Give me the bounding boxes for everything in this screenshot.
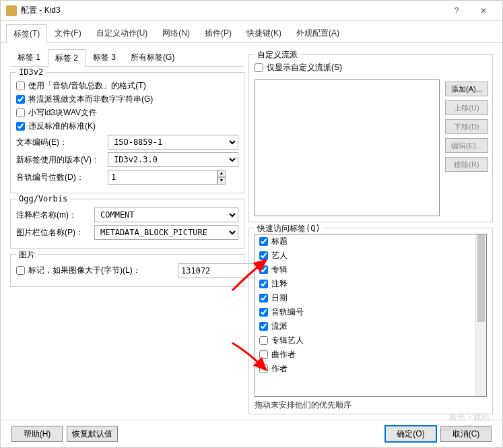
quick-access-title: 快速访问标签(Q) [255,223,323,234]
help-titlebar-button[interactable]: ? [443,1,470,20]
show-only-custom-checkbox[interactable]: 仅显示自定义流派(S) [255,62,487,73]
quick-access-checkbox[interactable] [259,350,268,359]
quick-access-label: 专辑 [271,264,288,276]
mark-nonstd-checkbox[interactable]: 违反标准的标准(K) [16,121,238,132]
custom-genres-group: 自定义流派 仅显示自定义流派(S) 添加(A)... 上移(U) 下移(D) 编… [248,54,493,222]
track-digits-label: 音轨编号位数(D)： [16,172,104,183]
sub-tab[interactable]: 标签 3 [86,49,123,66]
quick-access-item[interactable]: 标题 [255,234,486,249]
sub-tab[interactable]: 标签 2 [48,49,86,67]
quick-access-checkbox[interactable] [259,336,268,345]
lowercase-id3-checkbox[interactable]: 小写id3块WAV文件 [16,107,238,119]
quick-access-checkbox[interactable] [259,265,268,274]
app-icon [6,5,17,16]
quick-access-group: 快速访问标签(Q) 标题艺人专辑注释日期音轨编号流派专辑艺人曲作者作者 拖动来安… [248,228,493,414]
move-down-button[interactable]: 下移(D) [445,119,488,134]
quick-access-list[interactable]: 标题艺人专辑注释日期音轨编号流派专辑艺人曲作者作者 [255,234,487,397]
quick-access-item[interactable]: 作者 [255,362,486,376]
ogg-group: Ogg/Vorbis 注释栏名称(m)： COMMENT 图片栏位名称(P)： … [10,199,244,249]
id3v2-group: ID3v2 使用「音轨/音轨总数」的格式(T) 将流派视做文本而非数字字符串(G… [10,72,244,193]
sub-tab[interactable]: 所有标签(G) [123,49,182,66]
quick-access-label: 流派 [271,321,288,332]
text-encoding-label: 文本编码(E)： [16,137,104,148]
quick-access-item[interactable]: 专辑艺人 [255,333,486,348]
window-title: 配置 - Kid3 [21,5,443,16]
main-tab[interactable]: 插件(P) [197,24,239,42]
picture-group-title: 图片 [16,249,38,261]
quick-access-checkbox[interactable] [259,280,268,288]
version-label: 新标签使用的版本(V)： [16,154,104,166]
quick-access-checkbox[interactable] [259,322,268,331]
text-encoding-select[interactable]: ISO-8859-1 [108,135,238,150]
main-tab[interactable]: 标签(T) [6,24,47,43]
cancel-button[interactable]: 取消(C) [440,426,492,442]
quick-access-item[interactable]: 曲作者 [255,348,486,362]
main-tab[interactable]: 自定义动作(U) [89,24,156,42]
add-button[interactable]: 添加(A)... [445,82,488,96]
sub-tabs: 标签 1标签 2标签 3所有标签(G) [10,49,244,67]
main-tab[interactable]: 文件(F) [47,24,88,42]
use-track-format-checkbox[interactable]: 使用「音轨/音轨总数」的格式(T) [16,80,238,92]
restore-defaults-button[interactable]: 恢复默认值 [67,426,118,442]
quick-access-checkbox[interactable] [259,251,268,260]
quick-access-checkbox[interactable] [259,308,268,317]
quick-access-item[interactable]: 专辑 [255,263,486,277]
sub-tab[interactable]: 标签 1 [10,49,48,66]
picture-label: 图片栏位名称(P)： [16,227,90,238]
ok-button[interactable]: 确定(O) [385,426,436,442]
quick-access-item[interactable]: 日期 [255,291,486,305]
quick-access-item[interactable]: 注释 [255,277,486,291]
track-digits-input[interactable] [108,170,217,185]
genre-list[interactable] [255,79,440,216]
id3v2-group-title: ID3v2 [16,67,46,77]
edit-button[interactable]: 编辑(E)... [445,138,488,153]
comment-select[interactable]: COMMENT [94,207,238,222]
quick-access-label: 标题 [271,236,288,247]
button-bar: 帮助(H) 恢复默认值 确定(O) 取消(C) [1,420,502,447]
quick-access-label: 日期 [271,292,288,304]
close-button[interactable]: ✕ [470,1,497,20]
main-tab[interactable]: 外观配置(A) [289,24,347,42]
quick-access-item[interactable]: 音轨编号 [255,305,486,319]
quick-access-item[interactable]: 艺人 [255,249,486,263]
scrollbar[interactable] [475,234,486,396]
comment-label: 注释栏名称(m)： [16,210,90,221]
quick-access-checkbox[interactable] [259,294,268,302]
quick-access-label: 曲作者 [271,349,296,360]
version-select[interactable]: ID3v2.3.0 [108,152,238,167]
quick-access-label: 专辑艺人 [271,335,304,346]
quick-access-item[interactable]: 流派 [255,319,486,333]
main-tab[interactable]: 快捷键(K) [239,24,289,42]
quick-access-label: 艺人 [271,250,288,261]
picture-group: 图片 标记，如果图像大于(字节)(L)： ▲▼ [10,254,244,287]
quick-access-hint: 拖动来安排他们的优先顺序 [255,399,487,411]
genre-as-text-checkbox[interactable]: 将流派视做文本而非数字字符串(G) [16,94,238,105]
main-tab[interactable]: 网络(N) [155,24,197,42]
main-tabs: 标签(T)文件(F)自定义动作(U)网络(N)插件(P)快捷键(K)外观配置(A… [1,21,502,43]
quick-access-checkbox[interactable] [259,364,268,373]
picture-select[interactable]: METADATA_BLOCK_PICTURE [94,225,238,240]
quick-access-label: 作者 [271,363,288,375]
mark-large-checkbox[interactable]: 标记，如果图像大于(字节)(L)： [16,265,174,276]
spinner-buttons[interactable]: ▲▼ [217,170,226,185]
move-up-button[interactable]: 上移(U) [445,100,488,115]
help-button[interactable]: 帮助(H) [11,426,63,442]
custom-genres-title: 自定义流派 [255,49,300,61]
quick-access-checkbox[interactable] [259,237,268,246]
titlebar: 配置 - Kid3 ? ✕ [1,1,502,21]
quick-access-label: 注释 [271,278,288,290]
ogg-group-title: Ogg/Vorbis [16,194,70,203]
quick-access-label: 音轨编号 [271,307,304,318]
remove-button[interactable]: 移除(R) [445,157,488,172]
